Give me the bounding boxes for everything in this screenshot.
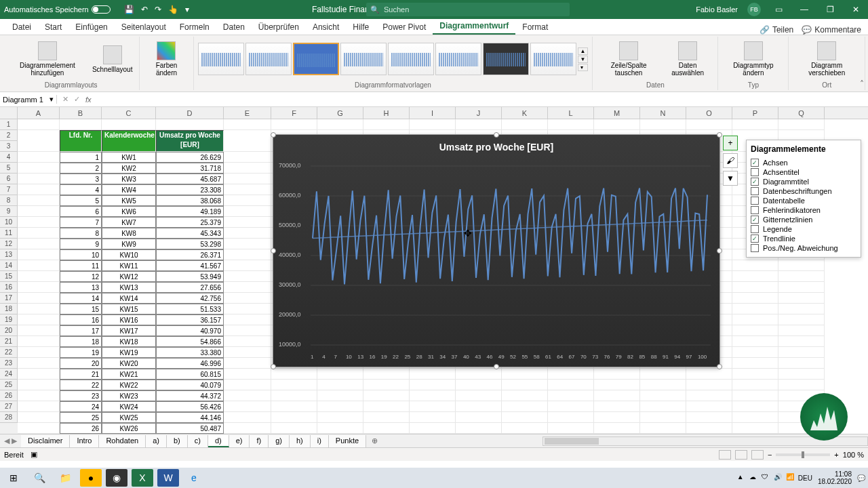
cell[interactable]: KW6 [102, 206, 156, 217]
cell[interactable] [778, 347, 825, 358]
add-chart-element-button[interactable]: Diagrammelement hinzufügen [7, 40, 88, 78]
cell[interactable] [18, 380, 60, 390]
cell[interactable] [224, 119, 271, 130]
row-header[interactable]: 10 [0, 217, 18, 228]
cell[interactable] [686, 119, 732, 130]
col-header[interactable]: D [156, 107, 224, 119]
tab-ansicht[interactable]: Ansicht [306, 20, 346, 35]
cell[interactable] [594, 401, 640, 412]
cell[interactable]: KW2 [102, 163, 156, 174]
cell[interactable] [778, 293, 825, 304]
cell[interactable] [686, 369, 732, 380]
cell[interactable] [224, 163, 271, 174]
col-header[interactable]: F [271, 107, 317, 119]
cell[interactable] [502, 423, 548, 434]
col-header[interactable]: P [732, 107, 778, 119]
cell[interactable] [18, 347, 60, 358]
cell[interactable] [732, 336, 778, 347]
cell[interactable] [732, 282, 778, 293]
view-normal-button[interactable] [719, 450, 731, 460]
cell[interactable] [410, 401, 456, 412]
row-header[interactable]: 15 [0, 271, 18, 282]
tab-format[interactable]: Format [515, 20, 555, 35]
cell[interactable]: 21 [60, 369, 102, 380]
cell[interactable]: 42.756 [156, 293, 224, 304]
cell[interactable]: KW25 [102, 412, 156, 423]
cell[interactable] [548, 412, 594, 423]
cell[interactable] [686, 412, 732, 423]
cell[interactable]: KW11 [102, 260, 156, 271]
cell[interactable]: 23 [60, 390, 102, 401]
cell[interactable]: 16 [60, 314, 102, 325]
collapse-ribbon-icon[interactable]: ˄ [860, 79, 864, 89]
cell[interactable] [224, 249, 271, 260]
sheet-tab[interactable]: h) [290, 435, 311, 447]
cell[interactable] [732, 325, 778, 336]
cell[interactable] [456, 369, 502, 380]
add-sheet-button[interactable]: ⊕ [366, 436, 383, 445]
tab-formeln[interactable]: Formeln [173, 20, 216, 35]
cell[interactable]: 12 [60, 271, 102, 282]
tray-icon[interactable]: 📶 [786, 473, 795, 483]
cell[interactable]: 4 [60, 184, 102, 195]
cell[interactable]: KW21 [102, 369, 156, 380]
cell[interactable] [548, 401, 594, 412]
sheet-tab[interactable]: Intro [70, 435, 99, 447]
cell[interactable] [18, 401, 60, 412]
tab-seitenlayout[interactable]: Seitenlayout [115, 20, 173, 35]
cell[interactable] [18, 390, 60, 401]
cell[interactable]: 49.189 [156, 206, 224, 217]
cancel-formula-icon[interactable]: ✕ [62, 95, 68, 104]
row-header[interactable]: 17 [0, 293, 18, 304]
quick-layout-button[interactable]: Schnelllayout [90, 44, 135, 75]
row-header[interactable]: 24 [0, 369, 18, 380]
cell[interactable] [732, 119, 778, 130]
cell[interactable] [224, 314, 271, 325]
col-header[interactable]: K [502, 107, 548, 119]
col-header[interactable]: B [60, 107, 102, 119]
chart-element-option[interactable]: ✓Diagrammtitel [751, 177, 856, 186]
cell[interactable] [224, 304, 271, 314]
cell[interactable]: 6 [60, 206, 102, 217]
select-data-button[interactable]: Daten auswählen [662, 40, 714, 78]
row-header[interactable]: 22 [0, 347, 18, 358]
cell[interactable] [271, 369, 317, 380]
cell[interactable] [548, 423, 594, 434]
cell[interactable] [317, 119, 363, 130]
select-all-corner[interactable] [0, 107, 18, 119]
cell[interactable] [224, 347, 271, 358]
cell[interactable]: 5 [60, 195, 102, 206]
language-indicator[interactable]: DEU [798, 474, 812, 482]
col-header[interactable]: C [102, 107, 156, 119]
cell[interactable] [732, 358, 778, 369]
cell[interactable] [363, 401, 410, 412]
cell[interactable] [317, 401, 363, 412]
ribbon-options-icon[interactable]: ▭ [770, 5, 787, 14]
cell[interactable] [18, 336, 60, 347]
move-chart-button[interactable]: Diagramm verschieben [793, 40, 861, 78]
row-header[interactable]: 21 [0, 336, 18, 347]
cell[interactable]: 8 [60, 228, 102, 239]
cell[interactable] [317, 423, 363, 434]
checkbox-icon[interactable] [751, 187, 759, 195]
cell[interactable] [640, 412, 686, 423]
row-header[interactable]: 20 [0, 325, 18, 336]
sheet-tab[interactable]: b) [167, 435, 188, 447]
chart-elements-button[interactable]: + [723, 136, 738, 150]
cell[interactable] [640, 369, 686, 380]
cell[interactable]: 44.146 [156, 412, 224, 423]
cell[interactable]: KW8 [102, 228, 156, 239]
cell[interactable]: 26.629 [156, 152, 224, 163]
cell[interactable] [18, 119, 60, 130]
cell[interactable] [18, 282, 60, 293]
col-header[interactable]: E [224, 107, 271, 119]
cell[interactable] [640, 390, 686, 401]
tab-daten[interactable]: Daten [216, 20, 252, 35]
cell[interactable]: KW18 [102, 336, 156, 347]
cell[interactable] [271, 380, 317, 390]
cell[interactable]: 14 [60, 293, 102, 304]
accept-formula-icon[interactable]: ✓ [74, 95, 80, 104]
checkbox-icon[interactable] [751, 225, 759, 233]
cell[interactable] [502, 390, 548, 401]
cell[interactable] [732, 401, 778, 412]
